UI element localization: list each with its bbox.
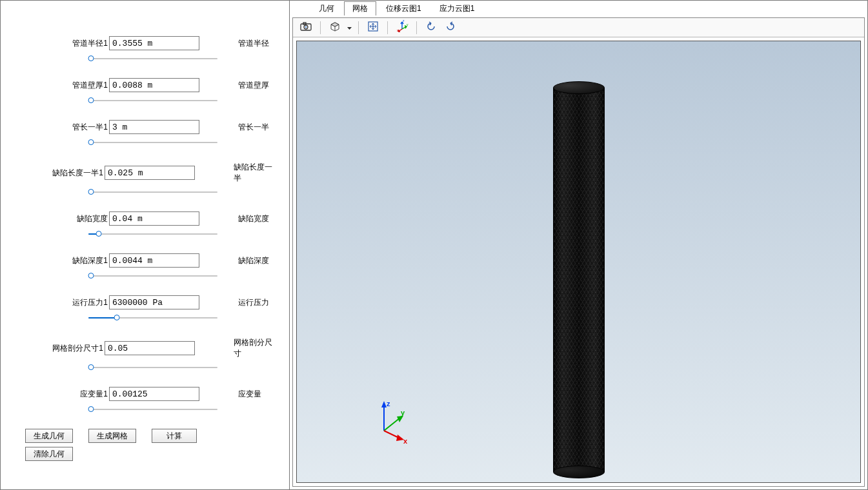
axes-icon: zyx [396,20,409,35]
param-input[interactable] [105,341,195,355]
param-label-right: 缺陷长度一半 [234,162,278,184]
param-input[interactable] [109,78,199,92]
view-tab[interactable]: 网格 [344,1,376,15]
param-input[interactable] [109,36,199,50]
param-label-left: 运行压力1 [25,297,109,308]
svg-text:y: y [407,23,409,26]
action-buttons-row2: 清除几何 [25,447,278,461]
zoom-extents-icon [367,21,379,34]
param-label-right: 运行压力 [238,297,269,308]
param-slider[interactable] [88,404,217,415]
separator [320,21,321,34]
param-input[interactable] [105,166,195,180]
param-label-right: 管长一半 [238,122,269,133]
param-row: 缺陷宽度缺陷宽度 [25,211,278,226]
default-view-button[interactable]: zyx [393,20,411,35]
param-slider[interactable] [88,137,217,148]
generate-mesh-button[interactable]: 生成网格 [88,429,136,443]
rotate-ccw-icon [425,21,437,34]
cube-icon [329,21,341,34]
axis-y-label: y [401,409,405,416]
param-label-left: 应变量1 [25,389,109,400]
param-label-left: 管道壁厚1 [25,80,109,91]
view-tabs: 几何网格位移云图1应力云图1 [290,1,867,15]
separator [387,21,388,34]
param-row: 运行压力1运行压力 [25,295,278,309]
svg-line-13 [384,418,400,431]
separator [416,21,417,34]
view-container: zyx [292,17,865,487]
param-row: 缺陷深度1缺陷深度 [25,253,278,268]
param-input[interactable] [109,211,199,226]
param-label-left: 缺陷长度一半1 [25,168,105,179]
param-label-right: 管道壁厚 [238,80,269,91]
param-slider[interactable] [88,362,217,373]
view-tab[interactable]: 应力云图1 [431,1,483,15]
viewport-background: z y x [296,41,861,483]
axis-x-label: x [403,437,408,444]
param-row: 应变量1应变量 [25,387,278,401]
svg-text:z: z [403,20,405,23]
param-label-left: 缺陷深度1 [25,255,109,266]
param-label-right: 管道半径 [238,38,269,49]
param-slider[interactable] [88,54,217,64]
chevron-down-icon [347,23,352,32]
param-row: 缺陷长度一半1缺陷长度一半 [25,162,278,184]
screenshot-button[interactable] [297,20,315,35]
compute-button[interactable]: 计算 [152,429,197,443]
view-tab[interactable]: 几何 [310,1,343,15]
param-slider[interactable] [88,313,217,323]
param-slider[interactable] [88,229,217,239]
separator [358,21,359,34]
rotate-cw-icon [445,21,456,34]
view-cube-button[interactable] [326,20,344,35]
param-row: 网格剖分尺寸1网格剖分尺寸 [25,337,278,359]
action-buttons-row1: 生成几何 生成网格 计算 [25,429,278,443]
svg-point-3 [305,26,307,28]
view-cube-dropdown[interactable] [345,20,353,35]
axis-z-label: z [387,400,390,407]
param-slider[interactable] [88,271,217,281]
param-label-right: 缺陷宽度 [238,213,269,224]
param-row: 管道壁厚1管道壁厚 [25,78,278,92]
mesh-cylinder [553,86,605,473]
param-slider[interactable] [88,187,217,197]
param-input[interactable] [109,295,199,309]
svg-marker-12 [381,401,387,407]
view-tab[interactable]: 位移云图1 [378,1,430,15]
param-label-right: 网格剖分尺寸 [234,337,278,359]
app-root: 管道半径1管道半径管道壁厚1管道壁厚管长一半1管长一半缺陷长度一半1缺陷长度一半… [0,0,868,490]
generate-geometry-button[interactable]: 生成几何 [25,429,73,443]
view-toolbar: zyx [293,18,864,37]
param-row: 管道半径1管道半径 [25,36,278,50]
param-input[interactable] [109,120,199,134]
right-panel: 几何网格位移云图1应力云图1 [290,1,867,489]
param-input[interactable] [109,387,199,401]
orientation-triad: z y x [368,398,413,444]
rotate-ccw-button[interactable] [422,20,440,35]
param-label-right: 缺陷深度 [238,255,269,266]
param-input[interactable] [109,253,199,268]
zoom-extents-button[interactable] [364,20,382,35]
param-label-left: 管道半径1 [25,38,109,49]
param-label-left: 管长一半1 [25,122,109,133]
param-label-left: 网格剖分尺寸1 [25,343,105,354]
camera-icon [300,22,312,33]
parameter-panel: 管道半径1管道半径管道壁厚1管道壁厚管长一半1管长一半缺陷长度一半1缺陷长度一半… [1,1,290,489]
rotate-cw-button[interactable] [441,20,459,35]
param-label-left: 缺陷宽度 [25,213,109,224]
3d-viewport[interactable]: z y x [293,37,864,486]
param-slider[interactable] [88,95,217,106]
param-row: 管长一半1管长一半 [25,120,278,134]
param-label-right: 应变量 [238,389,261,400]
clear-geometry-button[interactable]: 清除几何 [25,447,73,461]
